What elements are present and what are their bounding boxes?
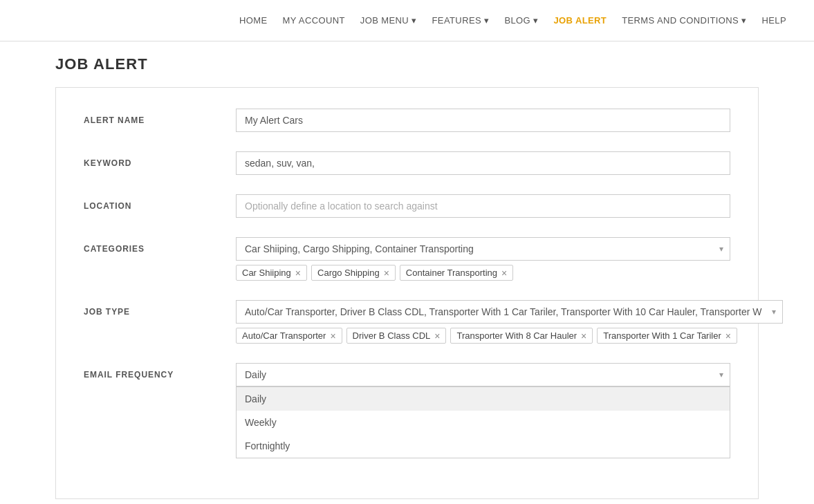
frequency-option-weekly[interactable]: Weekly: [237, 411, 730, 434]
job-type-row: JOB TYPE Auto/Car Transporter, Driver B …: [84, 300, 730, 344]
nav-item-my-account[interactable]: MY ACCOUNT: [283, 15, 345, 26]
job-type-tag-jt-driver-b: Driver B Class CDL×: [346, 328, 447, 344]
category-tag-label: Car Shiiping: [242, 268, 291, 278]
category-tag-label: Cargo Shipping: [317, 268, 380, 278]
nav-item-help[interactable]: HELP: [761, 15, 786, 26]
email-frequency-field: Daily ▾ DailyWeeklyFortnightly: [236, 363, 730, 458]
page-title: JOB ALERT: [55, 55, 759, 73]
nav-item-terms[interactable]: TERMS AND CONDITIONS ▾: [622, 15, 746, 26]
job-type-dropdown[interactable]: Auto/Car Transporter, Driver B Class CDL…: [236, 300, 783, 324]
categories-label: CATEGORIES: [84, 237, 236, 254]
category-tag-remove[interactable]: ×: [501, 268, 507, 278]
categories-dropdown[interactable]: Car Shiiping, Cargo Shipping, Container …: [236, 237, 730, 261]
job-type-tag-remove[interactable]: ×: [581, 331, 586, 341]
location-row: LOCATION: [84, 194, 730, 218]
location-label: LOCATION: [84, 194, 236, 211]
nav-item-job-alert[interactable]: JOB ALERT: [554, 15, 607, 26]
job-type-tag-label: Driver B Class CDL: [353, 330, 431, 341]
email-frequency-dropdown-wrapper: Daily ▾: [236, 363, 730, 386]
page-content: JOB ALERT ALERT NAME KEYWORD LOCATION CA…: [0, 41, 814, 504]
email-frequency-row: EMAIL FREQUENCY Daily ▾ DailyWeeklyFortn…: [84, 363, 730, 458]
alert-name-input[interactable]: [236, 109, 730, 132]
keyword-row: KEYWORD: [84, 151, 730, 175]
category-tag-label: Container Transporting: [406, 268, 497, 278]
nav-item-features[interactable]: FEATURES ▾: [432, 15, 490, 26]
job-type-tag-jt-1-car: Transporter With 1 Car Tariler×: [597, 328, 737, 344]
category-tag-cat-car-shiiping: Car Shiiping×: [236, 265, 307, 281]
category-tag-remove[interactable]: ×: [295, 268, 301, 278]
category-tag-remove[interactable]: ×: [384, 268, 389, 278]
categories-field: Car Shiiping, Cargo Shipping, Container …: [236, 237, 730, 281]
job-type-tag-label: Transporter With 1 Car Tariler: [603, 330, 721, 341]
categories-tags: Car Shiiping×Cargo Shipping×Container Tr…: [236, 265, 730, 281]
email-frequency-dropdown[interactable]: Daily: [236, 363, 730, 386]
nav-item-home[interactable]: HOME: [239, 15, 268, 26]
email-frequency-label: EMAIL FREQUENCY: [84, 363, 236, 380]
nav-item-blog[interactable]: BLOG ▾: [504, 15, 538, 26]
job-type-label: JOB TYPE: [84, 300, 236, 317]
job-type-tag-jt-8-car: Transporter With 8 Car Hauler×: [450, 328, 593, 344]
category-tag-cat-cargo-shipping: Cargo Shipping×: [311, 265, 396, 281]
job-alert-form: ALERT NAME KEYWORD LOCATION CATEGORIES: [55, 87, 759, 499]
job-type-tag-remove[interactable]: ×: [725, 331, 731, 341]
job-type-tag-label: Transporter With 8 Car Hauler: [456, 330, 577, 341]
alert-name-row: ALERT NAME: [84, 109, 730, 132]
job-type-tags: Auto/Car Transporter×Driver B Class CDL×…: [236, 328, 783, 344]
keyword-label: KEYWORD: [84, 151, 236, 168]
frequency-options-list: DailyWeeklyFortnightly: [236, 386, 730, 458]
job-type-tag-remove[interactable]: ×: [434, 331, 440, 341]
alert-name-label: ALERT NAME: [84, 109, 236, 125]
frequency-option-fortnightly[interactable]: Fortnightly: [237, 434, 730, 458]
categories-dropdown-wrapper: Car Shiiping, Cargo Shipping, Container …: [236, 237, 730, 261]
keyword-field: [236, 151, 730, 175]
job-type-tag-jt-auto-car: Auto/Car Transporter×: [236, 328, 342, 344]
job-type-field: Auto/Car Transporter, Driver B Class CDL…: [236, 300, 783, 344]
main-nav: HOMEMY ACCOUNTJOB MENU ▾FEATURES ▾BLOG ▾…: [0, 0, 814, 41]
location-input[interactable]: [236, 194, 730, 218]
categories-row: CATEGORIES Car Shiiping, Cargo Shipping,…: [84, 237, 730, 281]
job-type-tag-label: Auto/Car Transporter: [242, 330, 326, 341]
keyword-input[interactable]: [236, 151, 730, 175]
nav-item-job-menu[interactable]: JOB MENU ▾: [360, 15, 417, 26]
job-type-tag-remove[interactable]: ×: [330, 331, 335, 341]
location-field: [236, 194, 730, 218]
category-tag-cat-container-transporting: Container Transporting×: [400, 265, 513, 281]
frequency-option-daily[interactable]: Daily: [237, 387, 730, 411]
job-type-dropdown-wrapper: Auto/Car Transporter, Driver B Class CDL…: [236, 300, 783, 324]
alert-name-field: [236, 109, 730, 132]
